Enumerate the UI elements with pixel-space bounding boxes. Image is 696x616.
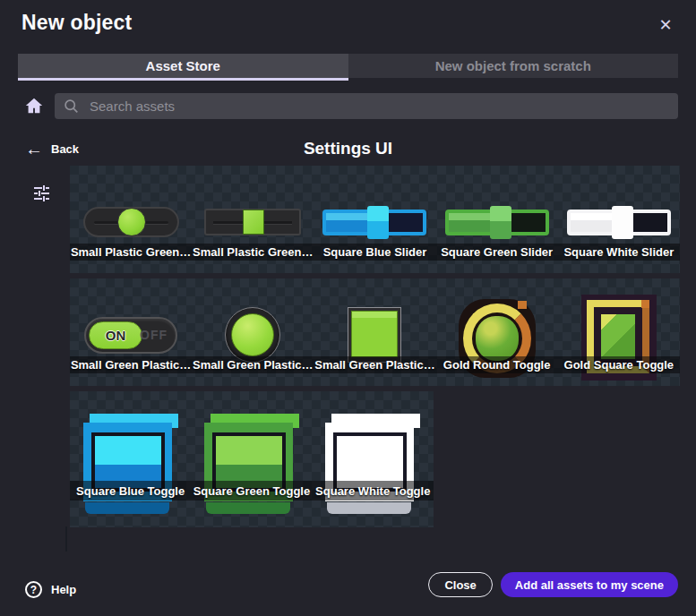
question-mark-icon: ? <box>25 581 42 598</box>
bar-slider-asset-icon <box>204 209 301 235</box>
asset-row: ONOFFSmall Green Plastic…Small Green Pla… <box>70 278 680 386</box>
asset-tile[interactable]: Gold Square Toggle <box>558 278 680 386</box>
asset-label: Small Green Plastic… <box>193 358 313 372</box>
asset-label-bar: Square Blue Toggle <box>70 481 191 500</box>
asset-tile[interactable]: Small Green Plastic… <box>314 278 435 386</box>
asset-label-bar: Gold Round Toggle <box>436 356 558 373</box>
asset-tile[interactable]: Small Plastic Green… <box>192 166 314 273</box>
content-divider <box>65 526 67 552</box>
pixel-slider-asset-icon <box>322 210 426 235</box>
round-button-asset-icon <box>225 307 280 363</box>
asset-row: Small Plastic Green…Small Plastic Green…… <box>70 166 680 273</box>
dialog-title: New object <box>21 11 132 35</box>
asset-label: Small Green Plastic… <box>71 358 191 372</box>
asset-label: Small Plastic Green… <box>193 245 313 259</box>
help-button[interactable]: ? Help <box>25 581 76 598</box>
help-label: Help <box>51 583 76 596</box>
tab-asset-store[interactable]: Asset Store <box>18 54 348 78</box>
square-button-asset-icon <box>348 307 401 363</box>
asset-label-bar: Gold Square Toggle <box>558 356 680 373</box>
home-icon[interactable] <box>24 96 44 116</box>
asset-label-bar: Square Green Toggle <box>191 481 312 500</box>
asset-label: Square Blue Slider <box>323 245 427 259</box>
pill-slider-asset-icon <box>83 207 179 237</box>
tab-new-object-from-scratch[interactable]: New object from scratch <box>348 54 679 78</box>
asset-label-bar: Small Plastic Green… <box>192 244 314 261</box>
asset-tile[interactable]: Small Plastic Green… <box>70 166 192 273</box>
asset-label-bar: Square Green Slider <box>436 244 558 261</box>
pixel-slider-asset-icon <box>445 210 549 235</box>
search-box[interactable] <box>55 93 678 119</box>
asset-tile[interactable]: Square Blue Toggle <box>70 391 191 527</box>
asset-label-bar: Square White Slider <box>558 244 680 261</box>
asset-tile[interactable]: Square White Slider <box>558 166 680 273</box>
asset-tile[interactable]: Square Green Toggle <box>191 391 312 527</box>
asset-row: Square Blue ToggleSquare Green ToggleSqu… <box>70 391 434 527</box>
asset-tile[interactable]: Square Green Slider <box>436 166 558 273</box>
asset-label: Small Green Plastic… <box>314 358 434 372</box>
category-title: Settings UI <box>0 139 696 158</box>
asset-label: Small Plastic Green… <box>71 245 191 259</box>
asset-label: Gold Round Toggle <box>443 358 551 372</box>
tab-bar: Asset Store New object from scratch <box>18 54 678 78</box>
asset-label: Square White Slider <box>563 245 674 259</box>
asset-tile[interactable]: Square White Toggle <box>313 391 434 527</box>
footer: ? Help Close Add all assets to my scene <box>0 566 696 616</box>
asset-label-bar: Small Plastic Green… <box>70 244 192 261</box>
onoff-toggle-asset-icon: ONOFF <box>84 317 177 354</box>
asset-tile[interactable]: Small Green Plastic… <box>192 278 314 386</box>
asset-label: Square White Toggle <box>315 484 430 498</box>
asset-label: Square Blue Toggle <box>76 484 185 498</box>
asset-label-bar: Small Green Plastic… <box>314 356 435 373</box>
add-all-assets-button[interactable]: Add all assets to my scene <box>501 572 678 597</box>
asset-label: Square Green Slider <box>441 245 553 259</box>
asset-label-bar: Square Blue Slider <box>314 244 435 261</box>
search-icon <box>64 98 79 114</box>
asset-label-bar: Small Green Plastic… <box>70 356 192 373</box>
search-input[interactable] <box>88 98 669 115</box>
asset-tile[interactable]: Square Blue Slider <box>314 166 435 273</box>
asset-tile[interactable]: ONOFFSmall Green Plastic… <box>70 278 192 386</box>
asset-grid: Small Plastic Green…Small Plastic Green…… <box>70 166 680 533</box>
pixel-slider-asset-icon <box>567 210 671 235</box>
asset-label-bar: Square White Toggle <box>313 481 434 500</box>
tab-label: Asset Store <box>146 58 220 73</box>
tab-label: New object from scratch <box>435 58 591 73</box>
asset-label-bar: Small Green Plastic… <box>192 356 314 373</box>
asset-tile[interactable]: Gold Round Toggle <box>436 278 558 386</box>
asset-label: Gold Square Toggle <box>564 358 675 372</box>
new-object-dialog: New object ✕ Asset Store New object from… <box>0 0 696 616</box>
tune-filter-icon[interactable] <box>30 182 52 203</box>
close-icon[interactable]: ✕ <box>655 14 676 36</box>
close-button[interactable]: Close <box>428 572 492 597</box>
asset-label: Square Green Toggle <box>193 484 311 498</box>
